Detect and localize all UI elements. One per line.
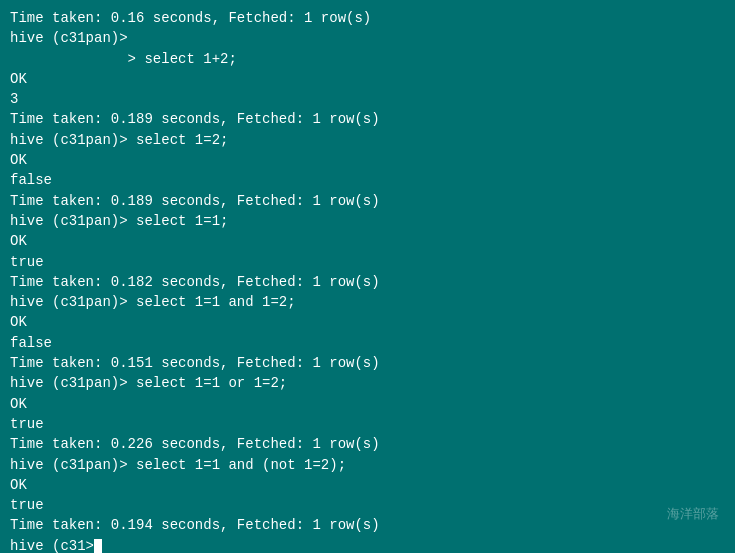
- terminal-line: OK: [10, 69, 725, 89]
- terminal-line: true: [10, 252, 725, 272]
- terminal-line: OK: [10, 394, 725, 414]
- terminal-line: hive (c31pan)> select 1=1 or 1=2;: [10, 373, 725, 393]
- terminal-line: OK: [10, 312, 725, 332]
- terminal-line: Time taken: 0.189 seconds, Fetched: 1 ro…: [10, 191, 725, 211]
- terminal-line: Time taken: 0.16 seconds, Fetched: 1 row…: [10, 8, 725, 28]
- terminal-line: true: [10, 495, 725, 515]
- terminal-line: false: [10, 170, 725, 190]
- terminal-line: hive (c31pan)>: [10, 28, 725, 48]
- terminal-window: Time taken: 0.16 seconds, Fetched: 1 row…: [0, 0, 735, 553]
- terminal-output: Time taken: 0.16 seconds, Fetched: 1 row…: [10, 8, 725, 553]
- terminal-line: Time taken: 0.189 seconds, Fetched: 1 ro…: [10, 109, 725, 129]
- terminal-line: false: [10, 333, 725, 353]
- terminal-line: Time taken: 0.226 seconds, Fetched: 1 ro…: [10, 434, 725, 454]
- terminal-cursor: [94, 539, 102, 553]
- terminal-line: hive (c31pan)> select 1=1 and (not 1=2);: [10, 455, 725, 475]
- terminal-line: OK: [10, 150, 725, 170]
- terminal-line: hive (c31pan)> select 1=1 and 1=2;: [10, 292, 725, 312]
- terminal-line: > select 1+2;: [10, 49, 725, 69]
- watermark: 海洋部落: [667, 506, 719, 525]
- terminal-line: hive (c31pan)> select 1=1;: [10, 211, 725, 231]
- terminal-line: OK: [10, 475, 725, 495]
- terminal-line: hive (c31>: [10, 536, 725, 553]
- terminal-line: 3: [10, 89, 725, 109]
- terminal-line: Time taken: 0.151 seconds, Fetched: 1 ro…: [10, 353, 725, 373]
- terminal-line: true: [10, 414, 725, 434]
- terminal-line: Time taken: 0.182 seconds, Fetched: 1 ro…: [10, 272, 725, 292]
- terminal-line: Time taken: 0.194 seconds, Fetched: 1 ro…: [10, 515, 725, 535]
- terminal-line: OK: [10, 231, 725, 251]
- terminal-line: hive (c31pan)> select 1=2;: [10, 130, 725, 150]
